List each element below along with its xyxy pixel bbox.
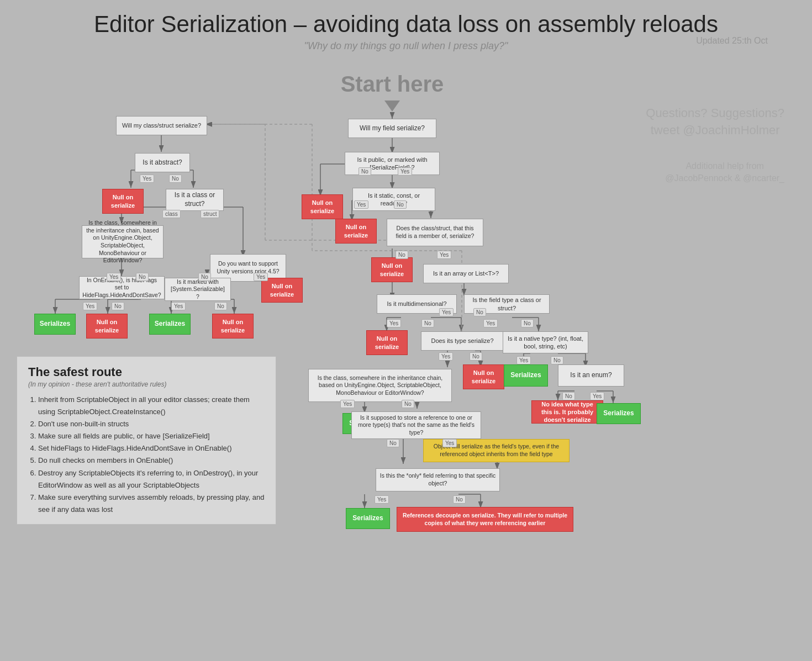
label-yes-inheritance: Yes: [107, 273, 121, 281]
page-subtitle: "Why do my things go null when I press p…: [0, 40, 812, 52]
safest-route-title: The safest route: [28, 365, 265, 379]
questions-box: Questions? Suggestions?tweet @JoachimHol…: [646, 105, 784, 139]
box-null-multidim: Null on serialize: [366, 330, 408, 355]
box-system-serializable: Is it marked with [System.Serializable] …: [165, 278, 231, 301]
safest-route-item-4: Set hideFlags to HideFlags.HideAndDontSa…: [38, 442, 265, 454]
label-no-public: No: [358, 167, 371, 176]
label-yes-native: Yes: [516, 356, 531, 364]
label-yes-multidim: Yes: [387, 319, 401, 327]
start-here-label: Start here: [309, 72, 475, 97]
label-no-only-field: No: [453, 495, 466, 504]
box-will-class-serialize: Will my class/struct serialize?: [116, 116, 207, 135]
label-no-unity-ver: No: [198, 273, 211, 281]
box-will-field-serialize: Will my field serialize?: [348, 119, 436, 138]
start-arrow-icon: [384, 101, 400, 112]
box-big-inheritance: Is the class, somewhere in the inheritan…: [308, 369, 452, 402]
safest-route-item-3: Make sure all fields are public, or have…: [38, 430, 265, 442]
box-only-field: Is this the *only* field referring to th…: [376, 468, 500, 491]
label-yes-class-ser: Yes: [437, 251, 451, 259]
label-yes-sys-ser: Yes: [171, 302, 186, 310]
box-null-not-public: Null on serialize: [302, 194, 343, 219]
label-yes-static: Yes: [354, 200, 368, 209]
safest-route-subtitle: (In my opinion - these aren't authoritat…: [28, 380, 265, 388]
box-null-hideflags: Null on serialize: [86, 314, 128, 339]
box-serializes-struct: Serializes: [149, 314, 191, 335]
label-no-multidim: No: [421, 319, 434, 327]
label-yes-hideflags: Yes: [83, 302, 97, 310]
box-null-static: Null on serialize: [335, 219, 377, 244]
label-no-big-inherit: No: [402, 400, 414, 408]
safest-route-item-1: Inherit from ScriptableObject in all you…: [38, 394, 265, 418]
label-yes-only-field: Yes: [375, 495, 389, 504]
box-is-enum: Is it an enum?: [558, 364, 624, 387]
box-no-idea-type: No idea what type this is. It probably d…: [531, 400, 603, 424]
box-references-decouple: References decouple on serialize. They w…: [397, 507, 573, 532]
box-class-or-struct: Is it a class or struct?: [166, 189, 224, 211]
safest-route-item-5: Do null checks on members in OnEnable(): [38, 454, 265, 467]
label-yes-type-ser: Yes: [439, 352, 453, 361]
safest-route-item-7: Make sure everything survives assembly r…: [38, 491, 265, 516]
box-is-reference: Is it supposed to store a reference to o…: [351, 411, 481, 439]
safest-route-list: Inherit from ScriptableObject in all you…: [28, 394, 265, 516]
label-no-abstract: No: [169, 174, 182, 183]
updated-text: Updated 25:th Oct: [696, 36, 768, 46]
label-no-native: No: [551, 356, 563, 364]
box-serializes-left: Serializes: [34, 314, 76, 335]
safest-route-item-6: Destroy any ScriptableObjects it's refer…: [38, 467, 265, 491]
additional-help-box: Additional help from@JacobPennock & @nca…: [665, 160, 784, 185]
box-serializes-only-yes: Serializes: [346, 508, 390, 529]
box-null-type-no-ser: Null on serialize: [463, 364, 504, 389]
box-hideflags: In OnEnable(), is hideFlags set to HideF…: [79, 276, 165, 299]
box-is-native-type: Is it a native type? (int, float, bool, …: [503, 331, 588, 353]
label-no-static: No: [394, 200, 407, 209]
label-yes-public: Yes: [398, 167, 412, 176]
box-null-class-no-ser: Null on serialize: [371, 257, 413, 282]
label-struct-branch: struct: [201, 210, 219, 218]
box-is-abstract: Is it abstract?: [135, 153, 190, 172]
label-no-class-ser: No: [396, 251, 408, 259]
box-does-class-serialize: Does the class/struct, that this field i…: [387, 219, 483, 246]
label-class-branch: class: [162, 210, 181, 218]
label-yes-big-inherit: Yes: [340, 400, 355, 408]
box-inheritance-class: Is the class, somewhere in the inheritan…: [82, 225, 164, 258]
label-no-sys-ser: No: [214, 302, 227, 310]
label-no-inheritance: No: [136, 273, 149, 281]
box-does-type-serialize: Does its type serialize?: [421, 331, 504, 351]
box-null-struct: Null on serialize: [212, 314, 254, 339]
label-no-type-ser: No: [470, 352, 482, 361]
label-yes-reference: Yes: [442, 439, 457, 447]
label-yes-field-type: Yes: [483, 319, 498, 327]
label-yes-enum: Yes: [590, 392, 604, 400]
label-yes-abstract: Yes: [140, 174, 154, 183]
label-no-reference: No: [387, 439, 399, 447]
box-serializes-enum: Serializes: [597, 403, 641, 424]
label-yes-array: Yes: [439, 308, 454, 316]
page-title: Editor Serialization – avoiding data los…: [0, 0, 812, 38]
box-null-unity-ver: Null on serialize: [261, 278, 303, 303]
box-null-abstract: Null on serialize: [102, 189, 144, 214]
label-no-enum: No: [562, 392, 575, 400]
box-is-array: Is it an array or List<T>?: [423, 264, 509, 283]
label-no-array: No: [473, 308, 486, 316]
label-yes-unity-ver: Yes: [254, 273, 268, 281]
label-no-field-type: No: [521, 319, 534, 327]
label-no-hideflags: No: [112, 302, 124, 310]
box-serializes-native: Serializes: [504, 364, 548, 387]
safest-route-box: The safest route (In my opinion - these …: [17, 356, 276, 525]
safest-route-item-2: Don't use non-built-in structs: [38, 418, 265, 430]
